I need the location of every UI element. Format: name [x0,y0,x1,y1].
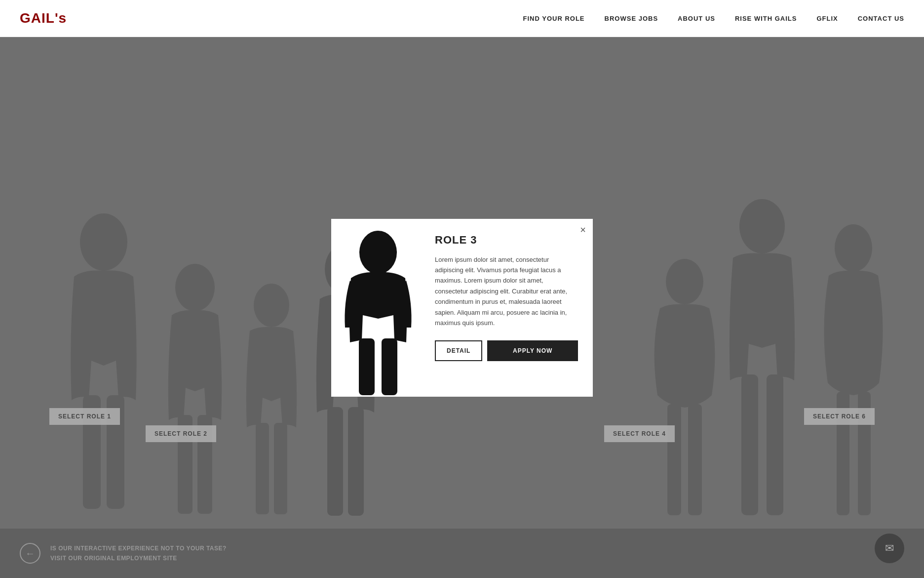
detail-button[interactable]: DETAIL [435,340,482,361]
logo[interactable]: GAIL's [20,10,67,26]
modal-person-image [331,219,425,397]
modal-close-button[interactable]: × [580,225,586,235]
modal-silhouette [341,229,415,397]
modal-description: Lorem ipsum dolor sit amet, consectetur … [435,254,578,329]
nav-find-your-role[interactable]: FIND YOUR ROLE [523,15,585,22]
apply-now-button[interactable]: APPLY NOW [487,340,578,361]
main-nav: FIND YOUR ROLE BROWSE JOBS ABOUT US RISE… [523,15,904,22]
modal-actions: DETAIL APPLY NOW [435,340,578,361]
nav-about-us[interactable]: ABOUT US [678,15,715,22]
background-scene: SELECT ROLE 1 SELECT ROLE 2 SELECT ROLE … [0,37,924,578]
role-modal: × ROLE 3 Lorem ipsum dolor sit amet, con… [331,219,593,397]
modal-title: ROLE 3 [435,234,578,247]
nav-browse-jobs[interactable]: BROWSE JOBS [605,15,658,22]
header: GAIL's FIND YOUR ROLE BROWSE JOBS ABOUT … [0,0,924,37]
modal-overlay[interactable]: × ROLE 3 Lorem ipsum dolor sit amet, con… [0,37,924,578]
nav-rise-with-gails[interactable]: RISE WITH GAILS [735,15,797,22]
modal-content: × ROLE 3 Lorem ipsum dolor sit amet, con… [425,219,593,397]
svg-rect-22 [359,338,375,395]
svg-point-21 [359,231,397,274]
nav-gflix[interactable]: GFLIX [816,15,838,22]
svg-rect-23 [382,338,397,395]
nav-contact-us[interactable]: CONTACT US [858,15,904,22]
